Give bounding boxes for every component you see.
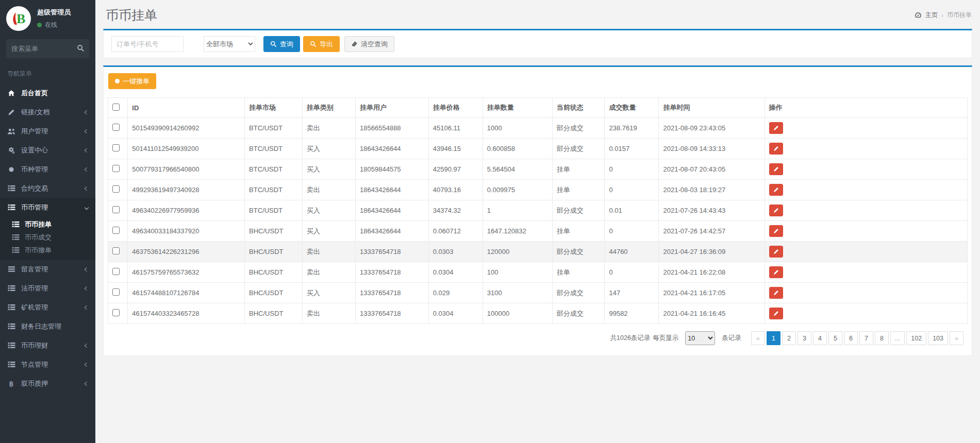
breadcrumb-home-link[interactable]: 主页 — [925, 11, 938, 20]
cell-filled: 0 — [605, 159, 659, 180]
row-checkbox[interactable] — [112, 268, 120, 275]
cell-qty: 0.600858 — [483, 139, 552, 159]
page-button[interactable]: 8 — [875, 331, 889, 345]
sidebar-item-settings-center[interactable]: 设置中心 — [0, 141, 95, 160]
page-button[interactable]: 4 — [813, 331, 827, 345]
sidebar-item-contract-trade[interactable]: 合约交易 — [0, 179, 95, 198]
user-status: 在线 — [37, 21, 71, 29]
orders-table: ID挂单市场挂单类别挂单用户挂单价格挂单数量当前状态成交数量挂单时间操作 501… — [108, 97, 968, 324]
cell-filled: 0.01 — [605, 200, 659, 221]
sidebar-item-links-docs[interactable]: 链接/文档 — [0, 103, 95, 122]
cell-status: 部分成交 — [552, 139, 605, 159]
sidebar-item-finance-log-mgmt[interactable]: 财务日志管理 — [0, 317, 95, 336]
brand-logo[interactable]: B — [6, 6, 31, 31]
page-button[interactable]: 102 — [906, 331, 926, 345]
row-checkbox[interactable] — [112, 165, 120, 172]
search-icon[interactable] — [77, 44, 85, 52]
sidebar-item-message-mgmt[interactable]: 留言管理 — [0, 260, 95, 279]
circle-icon — [7, 166, 15, 173]
cell-user: 13337654718 — [356, 283, 429, 303]
sidebar-item-coincoin-mgmt[interactable]: 币币管理 — [0, 198, 95, 217]
cancel-all-orders-button[interactable]: 一键撤单 — [108, 73, 156, 89]
sidebar-item-coin-type-mgmt[interactable]: 币种管理 — [0, 160, 95, 179]
bars-icon — [7, 266, 15, 272]
row-checkbox[interactable] — [112, 227, 120, 234]
edit-button[interactable] — [769, 225, 783, 237]
btc-icon: ฿ — [7, 380, 15, 387]
table-header-row: ID挂单市场挂单类别挂单用户挂单价格挂单数量当前状态成交数量挂单时间操作 — [108, 98, 968, 118]
select-all-checkbox[interactable] — [112, 104, 120, 111]
cell-market: BHC/USDT — [245, 242, 303, 262]
row-checkbox[interactable] — [112, 206, 120, 213]
sidebar-item-miner-mgmt[interactable]: 矿机管理 — [0, 298, 95, 317]
row-checkbox[interactable] — [112, 124, 120, 131]
list-icon — [7, 185, 15, 192]
nav-group: 法币管理 — [0, 279, 95, 298]
chevron-left-icon — [85, 167, 89, 171]
cell-filled: 99582 — [605, 303, 659, 324]
sidebar-item-label: 用户管理 — [21, 127, 79, 136]
edit-button[interactable] — [769, 143, 783, 155]
sidebar-subitem-coincoin-pending[interactable]: 币币挂单 — [0, 218, 95, 231]
chevron-left-icon — [85, 286, 89, 290]
page-button[interactable]: 7 — [859, 331, 873, 345]
sidebar-item-fiat-mgmt[interactable]: 法币管理 — [0, 279, 95, 298]
edit-button[interactable] — [769, 246, 783, 258]
menu-search-box — [6, 39, 89, 58]
page-button[interactable]: 1 — [767, 331, 780, 345]
table-row: 500779317966540800BTC/USDT买入180598445754… — [108, 159, 968, 180]
row-checkbox[interactable] — [112, 288, 120, 296]
edit-button[interactable] — [769, 308, 783, 319]
cell-side: 卖出 — [302, 303, 355, 324]
sidebar-item-label: 后台首页 — [21, 89, 88, 98]
cell-user: 18643426644 — [356, 200, 429, 221]
edit-button[interactable] — [769, 163, 783, 175]
page-ellipsis: ... — [890, 331, 905, 345]
sidebar-subitem-coincoin-deals[interactable]: 币币成交 — [0, 231, 95, 244]
cell-status: 部分成交 — [552, 242, 605, 262]
select-all-header-cell — [108, 98, 128, 118]
sidebar-subitem-coincoin-cancelled[interactable]: 币币撤单 — [0, 244, 95, 257]
page-button[interactable]: 2 — [782, 331, 796, 345]
list-icon — [7, 304, 15, 311]
market-select[interactable]: 全部市场 — [204, 36, 255, 52]
chevron-left-icon — [85, 381, 89, 385]
chevron-left-icon — [85, 186, 89, 190]
pagination-bar: 共1026条记录 每页显示 10 条记录 «12345678...102103» — [108, 324, 968, 352]
cell-price: 43946.15 — [428, 139, 483, 159]
order-search-input[interactable] — [111, 36, 184, 52]
row-checkbox[interactable] — [112, 247, 120, 254]
breadcrumb-current: 币币挂单 — [947, 11, 972, 20]
sidebar-item-coincoin-finance[interactable]: 币币理财 — [0, 336, 95, 355]
table-row: 499293619497340928BTC/USDT卖出186434266444… — [108, 180, 968, 200]
cell-time: 2021-07-26 14:43:43 — [659, 200, 765, 221]
page-button[interactable]: 103 — [928, 331, 948, 345]
row-checkbox[interactable] — [112, 185, 120, 193]
clear-query-button[interactable]: 清空查询 — [344, 36, 394, 52]
cell-side: 买入 — [302, 159, 355, 180]
row-checkbox[interactable] — [112, 144, 120, 151]
sidebar-item-node-mgmt[interactable]: 节点管理 — [0, 355, 95, 374]
edit-button[interactable] — [769, 287, 783, 299]
export-button[interactable]: 导出 — [303, 36, 340, 52]
page-button[interactable]: 3 — [798, 331, 811, 345]
query-button[interactable]: 查询 — [263, 36, 300, 52]
profile-text: 超级管理员 在线 — [37, 8, 71, 29]
breadcrumb-separator: › — [941, 12, 943, 19]
edit-button[interactable] — [769, 122, 783, 134]
cell-price: 0.060712 — [428, 221, 483, 242]
edit-button[interactable] — [769, 266, 783, 278]
page-button[interactable]: 6 — [844, 331, 858, 345]
sidebar-item-user-mgmt[interactable]: 用户管理 — [0, 122, 95, 141]
pencil-icon — [773, 228, 779, 234]
chevron-left-icon — [85, 129, 89, 133]
per-page-select[interactable]: 10 — [685, 331, 715, 345]
edit-button[interactable] — [769, 205, 783, 216]
row-checkbox[interactable] — [112, 309, 120, 316]
sidebar-item-dual-coin-pledge[interactable]: ฿双币质押 — [0, 374, 95, 393]
sidebar-item-home[interactable]: 后台首页 — [0, 83, 95, 103]
cell-actions — [765, 118, 968, 139]
edit-button[interactable] — [769, 184, 783, 196]
page-button[interactable]: 5 — [828, 331, 842, 345]
pencil-icon — [773, 166, 779, 172]
